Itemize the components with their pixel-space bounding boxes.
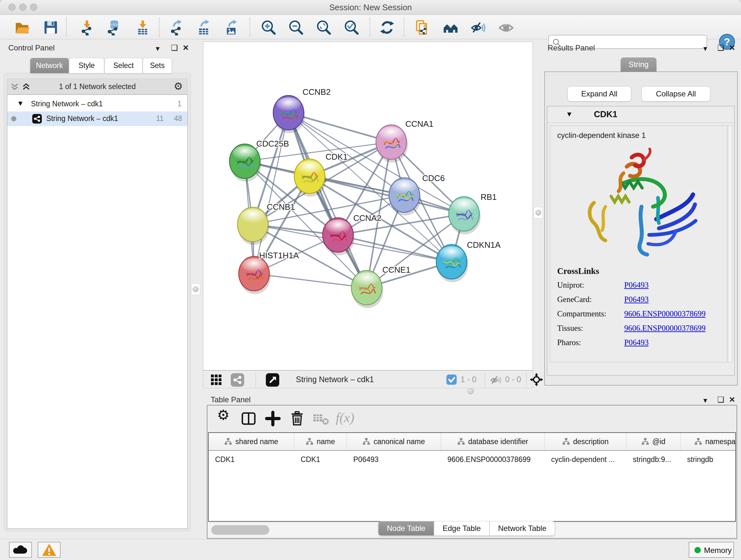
column-header-databaseidentifier[interactable]: database identifier	[441, 433, 545, 450]
network-row-selected[interactable]: String Network – cdk1 11 48	[7, 111, 187, 126]
column-header-namespace[interactable]: namespace	[681, 433, 736, 450]
results-panel-menu-icon[interactable]: ▾	[703, 44, 707, 53]
node-RB1[interactable]	[449, 197, 481, 234]
save-session-icon[interactable]	[43, 19, 59, 36]
edge-CCNA2-CDKN1A[interactable]	[338, 235, 452, 262]
cloud-button[interactable]	[9, 542, 32, 558]
tab-network[interactable]: Network	[30, 58, 69, 73]
import-network-database-icon[interactable]	[106, 19, 122, 36]
control-panel-float-icon[interactable]: ❑	[171, 44, 178, 52]
collapse-all-button[interactable]: Collapse All	[642, 86, 711, 102]
import-network-file-icon[interactable]	[79, 19, 95, 36]
tab-style[interactable]: Style	[69, 58, 105, 73]
edge-CCNB2-CCNE1[interactable]	[288, 113, 367, 288]
results-panel-close-icon[interactable]: ✕	[729, 44, 735, 52]
tab-node-table[interactable]: Node Table	[378, 521, 434, 536]
open-session-icon[interactable]	[14, 19, 30, 36]
first-neighbors-icon[interactable]	[443, 19, 459, 36]
export-table-icon[interactable]	[196, 19, 212, 36]
column-visibility-icon[interactable]	[241, 411, 257, 427]
edge-CCNB2-HIST1H1A[interactable]	[254, 113, 288, 273]
tab-select[interactable]: Select	[105, 58, 143, 73]
zoom-selected-icon[interactable]	[343, 19, 359, 36]
show-all-icon[interactable]	[498, 19, 514, 36]
cell-databaseidentifier[interactable]: 9606.ENSP00000378699	[441, 451, 545, 468]
cell-description[interactable]: cyclin-dependent ...	[545, 451, 626, 468]
node-CDK1[interactable]	[294, 159, 326, 197]
share-view-icon[interactable]	[231, 373, 244, 387]
column-header-canonicalname[interactable]: canonical name	[347, 433, 441, 450]
export-image-icon[interactable]	[223, 19, 239, 36]
refresh-icon[interactable]	[379, 19, 395, 36]
column-header-id[interactable]: @id	[626, 433, 681, 450]
cell-sharedname[interactable]: CDK1	[209, 451, 294, 468]
memory-button[interactable]: Memory	[689, 542, 734, 558]
column-type-icon	[562, 438, 570, 445]
node-CCNA2[interactable]	[323, 218, 354, 255]
section-collapse-icon[interactable]: ▼	[566, 110, 573, 118]
tab-string[interactable]: String	[621, 57, 657, 72]
crosslink-link[interactable]: 9606.ENSP00000378699	[624, 309, 705, 318]
node-CCNB1[interactable]	[238, 207, 269, 245]
node-CDC25B[interactable]	[229, 144, 261, 182]
node-CDC6[interactable]	[389, 178, 421, 215]
node-HIST1H1A[interactable]	[239, 256, 271, 294]
cdk1-section-header[interactable]: ▼ CDK1	[547, 106, 734, 123]
column-header-name[interactable]: name	[294, 433, 347, 450]
node-CCNE1[interactable]	[351, 270, 383, 308]
control-panel-menu-icon[interactable]: ▾	[156, 44, 159, 53]
warnings-button[interactable]	[38, 542, 61, 558]
add-column-icon[interactable]	[265, 411, 281, 427]
results-panel-float-icon[interactable]: ❑	[718, 44, 724, 52]
import-table-file-icon[interactable]	[135, 19, 151, 36]
hide-selected-icon[interactable]	[470, 19, 486, 36]
network-options-gear-icon[interactable]: ⚙	[174, 80, 183, 92]
cell-namespace[interactable]: stringdb	[681, 451, 736, 468]
table-toolbar: ⚙ f(x)	[207, 406, 737, 432]
birdseye-view-icon[interactable]	[266, 373, 279, 387]
cell-name[interactable]: CDK1	[294, 451, 347, 468]
table-row[interactable]: CDK1CDK1P064939606.ENSP00000378699cyclin…	[209, 451, 735, 468]
results-vertical-scrollbar[interactable]	[728, 125, 732, 362]
zoom-fit-icon[interactable]	[316, 19, 332, 36]
tree-expander-icon[interactable]: ▼	[17, 99, 24, 108]
expand-all-button[interactable]: Expand All	[567, 86, 631, 102]
crosslink-link[interactable]: P06493	[624, 295, 649, 304]
network-canvas[interactable]: CCNB2CCNA1CDC25BCDK1CDC6RB1CCNB1CCNA2CDK…	[203, 42, 533, 370]
results-panel-title: Results Panel	[548, 44, 595, 52]
column-header-description[interactable]: description	[545, 433, 626, 450]
tab-edge-table[interactable]: Edge Table	[434, 521, 489, 536]
tab-network-table[interactable]: Network Table	[489, 521, 555, 536]
node-table[interactable]: shared namenamecanonical namedatabase id…	[208, 432, 736, 522]
node-CCNB2[interactable]	[273, 96, 305, 133]
edge-HIST1H1A-CCNE1[interactable]	[254, 273, 367, 288]
column-header-sharedname[interactable]: shared name	[209, 433, 294, 450]
left-splitter-handle[interactable]	[191, 284, 200, 295]
delete-column-icon[interactable]	[289, 411, 305, 427]
table-panel-float-icon[interactable]: ❑	[718, 395, 724, 404]
horizontal-splitter-handle[interactable]	[468, 388, 474, 394]
right-splitter-handle[interactable]	[534, 207, 543, 219]
crosslink-link[interactable]: P06493	[624, 338, 649, 347]
control-panel-close-icon[interactable]: ✕	[183, 44, 189, 52]
zoom-in-icon[interactable]	[260, 19, 276, 36]
node-CDKN1A[interactable]	[436, 245, 468, 282]
table-settings-gear-icon[interactable]: ⚙	[217, 407, 229, 423]
scrollbar-thumb[interactable]	[211, 525, 269, 535]
tab-sets[interactable]: Sets	[143, 58, 172, 73]
table-panel-menu-icon[interactable]: ▾	[703, 396, 707, 405]
zoom-out-icon[interactable]	[288, 19, 304, 36]
cell-canonicalname[interactable]: P06493	[347, 451, 441, 468]
node-CCNA1[interactable]	[376, 125, 408, 163]
clone-network-icon[interactable]	[414, 19, 430, 36]
grid-view-icon[interactable]	[210, 374, 222, 386]
fit-crosshair-icon[interactable]	[529, 373, 543, 387]
cell-id[interactable]: stringdb:9...	[626, 451, 681, 468]
table-panel-close-icon[interactable]: ✕	[729, 395, 735, 404]
crosslink-link[interactable]: 9606.ENSP00000378699	[624, 324, 705, 333]
network-collection-row[interactable]: ▼ String Network – cdk1 1	[7, 97, 187, 111]
selected-checkbox-icon[interactable]	[447, 374, 457, 385]
hidden-eye-icon[interactable]	[490, 374, 502, 385]
export-network-icon[interactable]	[168, 19, 184, 36]
crosslink-link[interactable]: P06493	[624, 281, 649, 290]
